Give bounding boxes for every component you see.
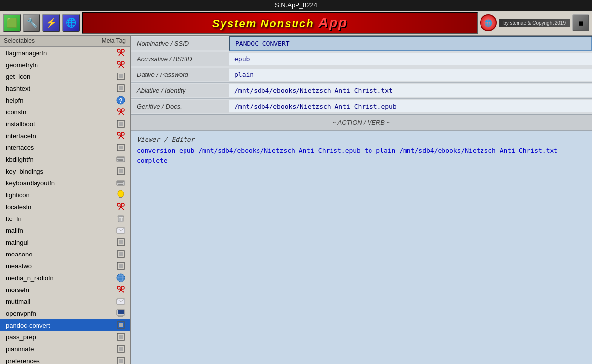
meta-icon-square (116, 332, 126, 342)
toolbar-title-text: System Nonsuch (212, 17, 314, 30)
meta-icon-scissors (116, 131, 126, 141)
svg-rect-69 (119, 252, 123, 256)
toolbar-btn-green[interactable]: 🟩 (3, 14, 21, 32)
svg-rect-90 (119, 335, 123, 339)
toolbar-btn-power[interactable]: ⚡ (42, 14, 60, 32)
form-label-2: Dative / Password (131, 68, 229, 81)
sidebar-item-label-meastwo: meastwo (6, 262, 116, 270)
svg-rect-46 (117, 182, 119, 183)
toolbar-btn-globe[interactable]: 🌐 (62, 14, 80, 32)
sidebar-item-geometryfn[interactable]: geometryfn (0, 59, 130, 71)
meta-icon-help: ? (116, 95, 126, 105)
sidebar-item-pianimate[interactable]: pianimate (0, 343, 130, 355)
sidebar-item-lte_fn[interactable]: lte_fn (0, 213, 130, 224)
form-row-0: Nominative / SSIDPANDOC_CONVERT (131, 36, 592, 51)
sidebar-item-pass_prep[interactable]: pass_prep (0, 331, 130, 343)
sidebar-item-muttmail[interactable]: muttmail (0, 295, 130, 307)
sidebar-item-key_bindings[interactable]: key_bindings (0, 165, 130, 177)
svg-rect-37 (121, 159, 123, 160)
meta-icon-square (116, 320, 126, 330)
meta-icon-keyboard (116, 154, 126, 164)
toolbar-end-btn[interactable]: ◼ (572, 14, 589, 31)
toolbar-btn-tools[interactable]: 🔧 (23, 14, 40, 32)
sidebar-item-meastwo[interactable]: meastwo (0, 260, 130, 272)
sidebar-item-maingui[interactable]: maingui (0, 236, 130, 248)
meta-icon-square (116, 72, 126, 81)
svg-text:?: ? (119, 97, 122, 104)
sidebar-item-measone[interactable]: measone (0, 248, 130, 260)
sidebar-item-label-pandoc-convert: pandoc-convert (6, 322, 116, 329)
sidebar-item-pandoc-convert[interactable]: pandoc-convert (0, 319, 130, 331)
sidebar-item-kbdlightfn[interactable]: kbdlightfn (0, 153, 130, 165)
viewer-title: Viewer / Editor (137, 136, 586, 143)
svg-rect-85 (119, 315, 122, 316)
meta-icon-computer (116, 308, 126, 318)
sidebar-item-label-hashtext: hashtext (6, 85, 116, 92)
svg-rect-42 (117, 181, 119, 182)
sidebar-item-label-geometryfn: geometryfn (6, 61, 116, 69)
sidebar-item-installboot[interactable]: installboot (0, 118, 130, 130)
meta-icon-mail (116, 225, 126, 235)
sidebar-col2-label: Meta Tag (102, 37, 126, 44)
sidebar-item-label-keyboardlayoutfn: keyboardlayoutfn (6, 180, 116, 187)
form-area: Nominative / SSIDPANDOC_CONVERTAccusativ… (131, 36, 592, 114)
sidebar-item-label-preferences: preferences (6, 357, 116, 364)
meta-icon-square (116, 249, 126, 259)
sidebar-item-lighticon[interactable]: lighticon (0, 189, 130, 201)
sidebar-item-morsefn[interactable]: morsefn (0, 284, 130, 295)
sidebar-item-helpfn[interactable]: helpfn? (0, 94, 130, 106)
form-value-0[interactable]: PANDOC_CONVERT (229, 36, 592, 51)
sidebar-item-localesfn[interactable]: localesfn (0, 201, 130, 213)
meta-icon-scissors (116, 202, 126, 212)
sidebar-item-mailfn[interactable]: mailfn (0, 224, 130, 236)
action-bar-label: ~ ACTION / VERB ~ (333, 119, 390, 126)
svg-rect-43 (119, 181, 121, 182)
meta-icon-scissors (116, 107, 126, 117)
meta-icon-square (116, 143, 126, 152)
svg-rect-47 (119, 182, 121, 183)
svg-rect-49 (118, 184, 123, 185)
sidebar-item-keyboardlayoutfn[interactable]: keyboardlayoutfn (0, 177, 130, 189)
svg-rect-40 (119, 169, 123, 173)
sidebar-item-label-maingui: maingui (6, 239, 116, 246)
main-area: Selectables Meta Tag flagmanagerfngeomet… (0, 36, 592, 364)
sidebar-item-interfacefn[interactable]: interfacefn (0, 130, 130, 142)
sidebar-item-get_icon[interactable]: get_icon (0, 71, 130, 82)
meta-icon-square (116, 356, 126, 364)
meta-icon-globe (116, 273, 126, 283)
viewer-content[interactable]: conversion epub /mnt/sdb4/ebooks/Nietzsc… (137, 146, 586, 165)
meta-icon-square (116, 119, 126, 129)
svg-rect-44 (121, 181, 123, 182)
form-row-4: Genitive / Docs./mnt/sdb4/ebooks/Nietzsc… (131, 99, 592, 114)
sidebar-item-label-installboot: installboot (6, 120, 116, 128)
sidebar-item-iconsfn[interactable]: iconsfn (0, 106, 130, 118)
toolbar-app-icon: App (318, 15, 348, 30)
meta-icon-square (116, 83, 126, 93)
svg-rect-38 (118, 160, 123, 161)
svg-rect-61 (120, 215, 122, 216)
svg-rect-48 (121, 182, 123, 183)
svg-rect-67 (119, 240, 123, 244)
toolbar-copyright: by sternae & Copyright 2019 (499, 19, 570, 27)
svg-rect-36 (119, 159, 121, 160)
toolbar-title: System Nonsuch App (82, 12, 478, 34)
form-label-3: Ablative / Identity (131, 84, 229, 97)
sidebar-item-preferences[interactable]: preferences (0, 355, 130, 364)
toolbar: 🟩 🔧 ⚡ 🌐 System Nonsuch App 🌐 by sternae … (0, 11, 592, 36)
right-panel: Nominative / SSIDPANDOC_CONVERTAccusativ… (131, 36, 592, 364)
svg-rect-94 (119, 359, 123, 363)
sidebar-header: Selectables Meta Tag (0, 36, 130, 47)
sidebar-item-label-helpfn: helpfn (6, 97, 116, 104)
sidebar-item-hashtext[interactable]: hashtext (0, 82, 130, 94)
sidebar-item-openvpnfn[interactable]: openvpnfn (0, 307, 130, 319)
sidebar-item-media_n_radiofn[interactable]: media_n_radiofn (0, 272, 130, 284)
form-label-1: Accusative / BSSID (131, 52, 229, 66)
meta-icon-square (116, 237, 126, 247)
sidebar-item-interfaces[interactable]: interfaces (0, 142, 130, 153)
svg-rect-71 (119, 264, 123, 268)
sidebar-item-flagmanagerfn[interactable]: flagmanagerfn (0, 47, 130, 59)
svg-rect-84 (118, 310, 124, 314)
svg-rect-33 (121, 157, 123, 158)
sidebar-item-label-measone: measone (6, 251, 116, 258)
meta-icon-square (116, 261, 126, 271)
